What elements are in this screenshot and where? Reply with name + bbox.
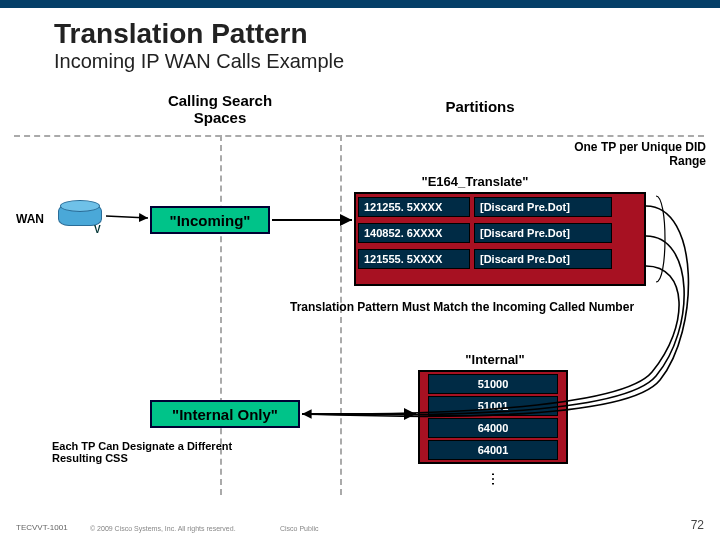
slide-subtitle: Incoming IP WAN Calls Example xyxy=(54,50,344,73)
svg-line-0 xyxy=(106,216,148,218)
dn-group: 51000 51001 64000 64001 xyxy=(418,370,568,464)
ellipsis-icon: ⋯ xyxy=(490,472,496,487)
tp-action: [Discard Pre.Dot] xyxy=(474,197,612,217)
footer-public: Cisco Public xyxy=(280,525,319,532)
tp-pattern: 140852. 6XXXX xyxy=(358,223,470,243)
list-item: 51000 xyxy=(428,374,558,394)
note-each-tp: Each TP Can Designate a Different Result… xyxy=(52,440,242,464)
tp-pattern: 121555. 5XXXX xyxy=(358,249,470,269)
css-box-internal-only: "Internal Only" xyxy=(150,400,300,428)
divider-vertical-2 xyxy=(340,135,342,495)
footer-session-id: TECVVT-1001 xyxy=(16,523,68,532)
list-item: 51001 xyxy=(428,396,558,416)
tp-action: [Discard Pre.Dot] xyxy=(474,249,612,269)
slide: Translation Pattern Incoming IP WAN Call… xyxy=(0,0,720,540)
footer-copyright: © 2009 Cisco Systems, Inc. All rights re… xyxy=(90,525,236,532)
column-header-partitions: Partitions xyxy=(400,98,560,115)
divider-horizontal xyxy=(14,135,704,137)
list-item: 64000 xyxy=(428,418,558,438)
table-row: 121555. 5XXXX [Discard Pre.Dot] xyxy=(356,246,644,272)
partition-label-e164: "E164_Translate" xyxy=(400,174,550,189)
top-accent-bar xyxy=(0,0,720,8)
css-box-incoming: "Incoming" xyxy=(150,206,270,234)
note-match: Translation Pattern Must Match the Incom… xyxy=(290,300,690,314)
slide-title: Translation Pattern xyxy=(54,18,308,50)
table-row: 140852. 6XXXX [Discard Pre.Dot] xyxy=(356,220,644,246)
note-unique-did: One TP per Unique DID Range xyxy=(536,140,706,168)
column-header-css: Calling Search Spaces xyxy=(140,92,300,126)
table-row: 121255. 5XXXX [Discard Pre.Dot] xyxy=(356,194,644,220)
translation-pattern-group: 121255. 5XXXX [Discard Pre.Dot] 140852. … xyxy=(354,192,646,286)
tp-pattern: 121255. 5XXXX xyxy=(358,197,470,217)
footer-page-number: 72 xyxy=(691,518,704,532)
wan-label: WAN xyxy=(16,212,44,226)
tp-action: [Discard Pre.Dot] xyxy=(474,223,612,243)
partition-label-internal: "Internal" xyxy=(440,352,550,367)
list-item: 64001 xyxy=(428,440,558,460)
router-v-label: V xyxy=(94,224,101,235)
